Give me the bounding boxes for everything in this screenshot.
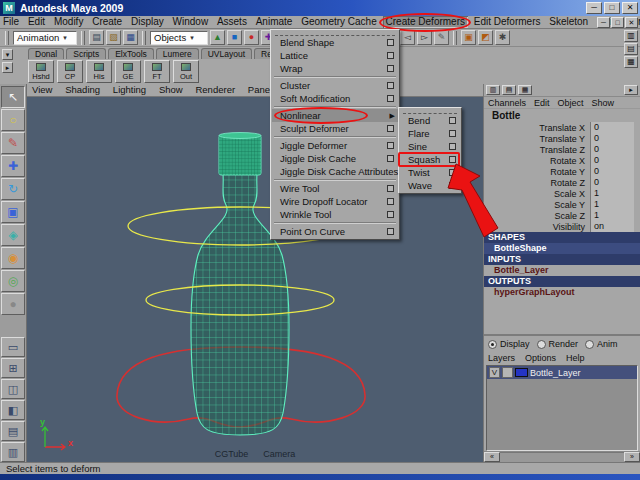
menu-item-sine[interactable]: Sine <box>400 140 460 153</box>
menu-item-jiggle-disk-cache-attributes[interactable]: Jiggle Disk Cache Attributes <box>272 165 398 178</box>
attribute-value-field[interactable]: 0 <box>590 155 634 166</box>
title-bar[interactable]: M Autodesk Maya 2009 ─ □ ✕ <box>0 0 640 16</box>
option-box-icon[interactable] <box>387 125 394 132</box>
viewport-menu-lighting[interactable]: Lighting <box>108 84 151 96</box>
option-box-icon[interactable] <box>387 65 394 72</box>
toggle-channel-box-icon[interactable]: ▦ <box>624 56 638 68</box>
group-grip[interactable] <box>453 31 457 45</box>
close-icon[interactable]: ✕ <box>622 2 638 14</box>
menu-item-lattice[interactable]: Lattice <box>272 49 398 62</box>
attribute-value-field[interactable]: on <box>590 221 634 232</box>
option-box-icon[interactable] <box>387 95 394 102</box>
menu-assets[interactable]: Assets <box>214 16 250 28</box>
shelf-button-his[interactable]: His <box>86 60 112 83</box>
rotate-tool[interactable]: ↻ <box>1 178 25 200</box>
render-frame-icon[interactable]: ▣ <box>461 30 476 45</box>
option-box-icon[interactable] <box>387 52 394 59</box>
show-menu[interactable]: Show <box>592 97 615 108</box>
ipr-render-icon[interactable]: ◩ <box>478 30 493 45</box>
shelf-tab-cycle-icon[interactable]: ▾ <box>2 49 13 60</box>
menu-create[interactable]: Create <box>89 16 125 28</box>
attribute-value-field[interactable]: 0 <box>590 144 634 155</box>
panel-layout-1-icon[interactable]: ▥ <box>486 85 500 95</box>
group-grip[interactable] <box>81 31 85 45</box>
attribute-value-field[interactable]: 1 <box>590 210 634 221</box>
split-pane-layout-button[interactable]: ◧ <box>1 400 25 420</box>
minimize-icon[interactable]: ─ <box>586 2 602 14</box>
single-pane-layout-button[interactable]: ▭ <box>1 337 25 357</box>
layer-display-type-toggle[interactable] <box>502 367 513 378</box>
selection-mask-selector[interactable]: Objects ▾ <box>150 31 208 45</box>
hypergraph-layout-button[interactable]: ▥ <box>1 442 25 462</box>
mdi-close-icon[interactable]: ✕ <box>625 17 638 28</box>
new-scene-icon[interactable]: ▤ <box>89 30 104 45</box>
group-grip[interactable] <box>142 31 146 45</box>
menu-window[interactable]: Window <box>170 16 212 28</box>
menu-item-blend-shape[interactable]: Blend Shape <box>272 36 398 49</box>
menu-edit[interactable]: Edit <box>25 16 48 28</box>
option-box-icon[interactable] <box>387 211 394 218</box>
menu-item-sculpt-deformer[interactable]: Sculpt Deformer <box>272 122 398 135</box>
shelf-tab-donal[interactable]: Donal <box>28 48 64 59</box>
option-box-icon[interactable] <box>449 130 456 137</box>
soft-modification-tool[interactable]: ◉ <box>1 247 25 269</box>
mdi-restore-icon[interactable]: □ <box>611 17 624 28</box>
option-box-icon[interactable] <box>387 82 394 89</box>
render-radio[interactable]: Render <box>537 339 579 349</box>
option-box-icon[interactable] <box>387 228 394 235</box>
last-tool[interactable]: ● <box>1 293 25 315</box>
viewport-menu-view[interactable]: View <box>27 84 57 96</box>
output-connections-icon[interactable]: ▻ <box>417 30 432 45</box>
paint-select-tool[interactable]: ✎ <box>1 132 25 154</box>
select-component-icon[interactable]: ● <box>244 30 259 45</box>
universal-manipulator-tool[interactable]: ◈ <box>1 224 25 246</box>
menu-item-nonlinear[interactable]: Nonlinear ▶ <box>272 109 398 122</box>
menu-file[interactable]: File <box>0 16 22 28</box>
attribute-value-field[interactable]: 0 <box>590 133 634 144</box>
channels-menu[interactable]: Channels <box>488 97 526 108</box>
group-grip[interactable] <box>5 31 9 45</box>
menu-item-flare[interactable]: Flare <box>400 127 460 140</box>
shelf-tab-elxtools[interactable]: ElxTools <box>108 48 154 59</box>
viewport-menu-shading[interactable]: Shading <box>60 84 105 96</box>
menu-animate[interactable]: Animate <box>253 16 296 28</box>
shape-node-entry[interactable]: BottleShape <box>484 243 640 254</box>
scroll-right-icon[interactable]: » <box>624 452 640 462</box>
shelf-button-ft[interactable]: FT <box>144 60 170 83</box>
panel-layout-3-icon[interactable]: ▦ <box>518 85 532 95</box>
layer-color-swatch[interactable] <box>515 368 528 377</box>
menu-item-bend[interactable]: Bend <box>400 114 460 127</box>
maximize-icon[interactable]: □ <box>604 2 620 14</box>
select-hierarchy-icon[interactable]: ▲ <box>210 30 225 45</box>
menu-item-point-on-curve[interactable]: Point On Curve <box>272 225 398 238</box>
input-connections-icon[interactable]: ◅ <box>400 30 415 45</box>
shelf-button-out[interactable]: Out <box>173 60 199 83</box>
option-box-icon[interactable] <box>387 185 394 192</box>
menu-edit-deformers[interactable]: Edit Deformers <box>471 16 544 28</box>
toggle-attribute-editor-icon[interactable]: ▥ <box>624 30 638 42</box>
menu-item-jiggle-deformer[interactable]: Jiggle Deformer <box>272 139 398 152</box>
construction-history-icon[interactable]: ✎ <box>434 30 449 45</box>
viewport-menu-show[interactable]: Show <box>154 84 188 96</box>
layers-menu[interactable]: Layers <box>488 352 515 364</box>
render-settings-icon[interactable]: ✱ <box>495 30 510 45</box>
panel-layout-2-icon[interactable]: ▤ <box>502 85 516 95</box>
move-tool[interactable]: ✚ <box>1 155 25 177</box>
shelf-tab-lumere[interactable]: Lumere <box>156 48 199 59</box>
display-radio[interactable]: Display <box>488 339 530 349</box>
edit-menu[interactable]: Edit <box>534 97 550 108</box>
menu-item-wrinkle-tool[interactable]: Wrinkle Tool <box>272 208 398 221</box>
option-box-icon[interactable] <box>449 117 456 124</box>
menu-set-selector[interactable]: Animation ▾ <box>13 31 77 45</box>
attribute-value-field[interactable]: 1 <box>590 188 634 199</box>
scroll-left-icon[interactable]: « <box>484 452 500 462</box>
outliner-layout-button[interactable]: ▤ <box>1 421 25 441</box>
shelf-menu-icon[interactable]: ▸ <box>2 62 13 73</box>
mdi-minimize-icon[interactable]: ─ <box>597 17 610 28</box>
shelf-tab-uvlayout[interactable]: UVLayout <box>201 48 252 59</box>
shelf-tab-scripts[interactable]: Scripts <box>66 48 106 59</box>
menu-create-deformers[interactable]: Create Deformers <box>383 16 468 28</box>
layer-row-bottle-layer[interactable]: V Bottle_Layer <box>487 366 637 379</box>
menu-item-wrap[interactable]: Wrap <box>272 62 398 75</box>
selected-object-name[interactable]: Bottle <box>484 109 640 122</box>
